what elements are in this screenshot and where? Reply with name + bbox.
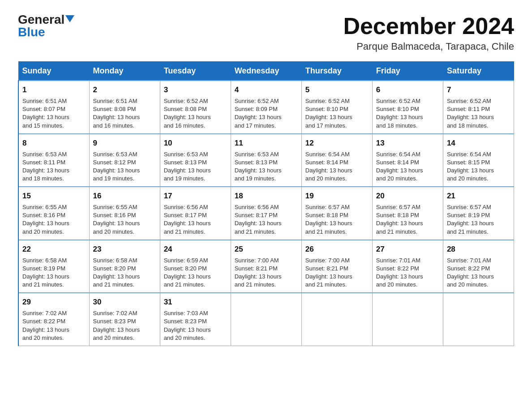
calendar-cell: 5Sunrise: 6:52 AMSunset: 8:10 PMDaylight… — [301, 81, 372, 134]
day-number: 25 — [235, 244, 298, 255]
calendar-cell: 6Sunrise: 6:52 AMSunset: 8:10 PMDaylight… — [372, 81, 443, 134]
calendar-cell: 28Sunrise: 7:01 AMSunset: 8:22 PMDayligh… — [443, 240, 514, 293]
week-row-1: 1Sunrise: 6:51 AMSunset: 8:07 PMDaylight… — [18, 81, 514, 134]
calendar-cell: 16Sunrise: 6:55 AMSunset: 8:16 PMDayligh… — [89, 187, 160, 240]
day-number: 18 — [235, 191, 298, 201]
day-number: 23 — [93, 244, 156, 255]
calendar-cell: 24Sunrise: 6:59 AMSunset: 8:20 PMDayligh… — [160, 240, 231, 293]
day-info: Sunrise: 7:01 AMSunset: 8:22 PMDaylight:… — [376, 257, 439, 289]
day-number: 31 — [164, 297, 227, 308]
day-number: 20 — [376, 191, 439, 201]
day-info: Sunrise: 6:52 AMSunset: 8:11 PMDaylight:… — [447, 97, 510, 130]
day-number: 30 — [93, 297, 156, 308]
calendar-header-row: SundayMondayTuesdayWednesdayThursdayFrid… — [18, 62, 514, 81]
week-row-4: 22Sunrise: 6:58 AMSunset: 8:19 PMDayligh… — [18, 240, 514, 293]
day-number: 22 — [22, 244, 86, 255]
calendar-cell: 12Sunrise: 6:54 AMSunset: 8:14 PMDayligh… — [301, 134, 372, 187]
calendar-title: December 2024 — [343, 13, 514, 39]
header-friday: Friday — [372, 62, 443, 81]
day-info: Sunrise: 6:57 AMSunset: 8:19 PMDaylight:… — [447, 203, 510, 236]
day-info: Sunrise: 7:03 AMSunset: 8:23 PMDaylight:… — [164, 309, 227, 342]
day-info: Sunrise: 6:58 AMSunset: 8:19 PMDaylight:… — [22, 257, 86, 289]
calendar-cell: 11Sunrise: 6:53 AMSunset: 8:13 PMDayligh… — [231, 134, 301, 187]
calendar-cell: 14Sunrise: 6:54 AMSunset: 8:15 PMDayligh… — [443, 134, 514, 187]
day-info: Sunrise: 6:55 AMSunset: 8:16 PMDaylight:… — [22, 203, 86, 236]
calendar-cell — [372, 293, 443, 346]
header-monday: Monday — [89, 62, 160, 81]
day-number: 7 — [447, 85, 510, 95]
day-number: 3 — [164, 85, 227, 95]
week-row-5: 29Sunrise: 7:02 AMSunset: 8:22 PMDayligh… — [18, 293, 514, 346]
day-info: Sunrise: 6:54 AMSunset: 8:15 PMDaylight:… — [447, 150, 510, 183]
calendar-cell — [301, 293, 372, 346]
week-row-2: 8Sunrise: 6:53 AMSunset: 8:11 PMDaylight… — [18, 134, 514, 187]
calendar-cell: 15Sunrise: 6:55 AMSunset: 8:16 PMDayligh… — [18, 187, 89, 240]
day-info: Sunrise: 7:02 AMSunset: 8:23 PMDaylight:… — [93, 309, 156, 342]
logo-triangle-icon — [65, 15, 74, 22]
day-number: 1 — [22, 85, 86, 95]
calendar-cell: 25Sunrise: 7:00 AMSunset: 8:21 PMDayligh… — [231, 240, 301, 293]
calendar-location: Parque Balmaceda, Tarapaca, Chile — [343, 41, 514, 52]
day-number: 27 — [376, 244, 439, 255]
day-info: Sunrise: 7:00 AMSunset: 8:21 PMDaylight:… — [305, 257, 369, 289]
day-number: 29 — [22, 297, 86, 308]
header-sunday: Sunday — [18, 62, 89, 81]
logo-general: General — [18, 13, 64, 26]
header-thursday: Thursday — [301, 62, 372, 81]
day-info: Sunrise: 6:52 AMSunset: 8:10 PMDaylight:… — [305, 97, 369, 130]
day-info: Sunrise: 6:53 AMSunset: 8:13 PMDaylight:… — [235, 150, 298, 183]
day-number: 21 — [447, 191, 510, 201]
day-number: 9 — [93, 138, 156, 149]
day-number: 5 — [305, 85, 369, 95]
calendar-cell — [443, 293, 514, 346]
calendar-cell: 2Sunrise: 6:51 AMSunset: 8:08 PMDaylight… — [89, 81, 160, 134]
day-number: 16 — [93, 191, 156, 201]
calendar-cell: 18Sunrise: 6:56 AMSunset: 8:17 PMDayligh… — [231, 187, 301, 240]
day-info: Sunrise: 6:51 AMSunset: 8:07 PMDaylight:… — [22, 97, 86, 130]
day-number: 4 — [235, 85, 298, 95]
day-number: 19 — [305, 191, 369, 201]
day-info: Sunrise: 7:02 AMSunset: 8:22 PMDaylight:… — [22, 309, 86, 342]
day-info: Sunrise: 6:54 AMSunset: 8:14 PMDaylight:… — [376, 150, 439, 183]
day-number: 15 — [22, 191, 86, 201]
calendar-cell: 23Sunrise: 6:58 AMSunset: 8:20 PMDayligh… — [89, 240, 160, 293]
calendar-cell: 3Sunrise: 6:52 AMSunset: 8:08 PMDaylight… — [160, 81, 231, 134]
calendar-cell: 13Sunrise: 6:54 AMSunset: 8:14 PMDayligh… — [372, 134, 443, 187]
day-number: 13 — [376, 138, 439, 149]
calendar-cell: 7Sunrise: 6:52 AMSunset: 8:11 PMDaylight… — [443, 81, 514, 134]
day-info: Sunrise: 6:58 AMSunset: 8:20 PMDaylight:… — [93, 257, 156, 289]
day-info: Sunrise: 7:01 AMSunset: 8:22 PMDaylight:… — [447, 257, 510, 289]
day-info: Sunrise: 6:53 AMSunset: 8:11 PMDaylight:… — [22, 150, 86, 183]
calendar-cell: 22Sunrise: 6:58 AMSunset: 8:19 PMDayligh… — [18, 240, 89, 293]
day-info: Sunrise: 6:52 AMSunset: 8:08 PMDaylight:… — [164, 97, 227, 130]
header-saturday: Saturday — [443, 62, 514, 81]
calendar-table: SundayMondayTuesdayWednesdayThursdayFrid… — [18, 61, 514, 346]
calendar-cell: 29Sunrise: 7:02 AMSunset: 8:22 PMDayligh… — [18, 293, 89, 346]
page-header: General Blue December 2024 Parque Balmac… — [18, 13, 514, 52]
day-number: 8 — [22, 138, 86, 149]
day-info: Sunrise: 6:51 AMSunset: 8:08 PMDaylight:… — [93, 97, 156, 130]
day-info: Sunrise: 6:55 AMSunset: 8:16 PMDaylight:… — [93, 203, 156, 236]
day-number: 6 — [376, 85, 439, 95]
calendar-cell: 27Sunrise: 7:01 AMSunset: 8:22 PMDayligh… — [372, 240, 443, 293]
calendar-cell — [231, 293, 301, 346]
day-number: 11 — [235, 138, 298, 149]
day-info: Sunrise: 6:57 AMSunset: 8:18 PMDaylight:… — [305, 203, 369, 236]
logo: General Blue — [18, 13, 74, 39]
day-info: Sunrise: 6:57 AMSunset: 8:18 PMDaylight:… — [376, 203, 439, 236]
week-row-3: 15Sunrise: 6:55 AMSunset: 8:16 PMDayligh… — [18, 187, 514, 240]
calendar-cell: 9Sunrise: 6:53 AMSunset: 8:12 PMDaylight… — [89, 134, 160, 187]
day-info: Sunrise: 6:56 AMSunset: 8:17 PMDaylight:… — [235, 203, 298, 236]
calendar-cell: 30Sunrise: 7:02 AMSunset: 8:23 PMDayligh… — [89, 293, 160, 346]
calendar-cell: 26Sunrise: 7:00 AMSunset: 8:21 PMDayligh… — [301, 240, 372, 293]
header-wednesday: Wednesday — [231, 62, 301, 81]
day-number: 17 — [164, 191, 227, 201]
calendar-cell: 10Sunrise: 6:53 AMSunset: 8:13 PMDayligh… — [160, 134, 231, 187]
day-number: 28 — [447, 244, 510, 255]
day-info: Sunrise: 7:00 AMSunset: 8:21 PMDaylight:… — [235, 257, 298, 289]
day-number: 24 — [164, 244, 227, 255]
calendar-cell: 31Sunrise: 7:03 AMSunset: 8:23 PMDayligh… — [160, 293, 231, 346]
day-number: 2 — [93, 85, 156, 95]
calendar-cell: 4Sunrise: 6:52 AMSunset: 8:09 PMDaylight… — [231, 81, 301, 134]
day-number: 26 — [305, 244, 369, 255]
